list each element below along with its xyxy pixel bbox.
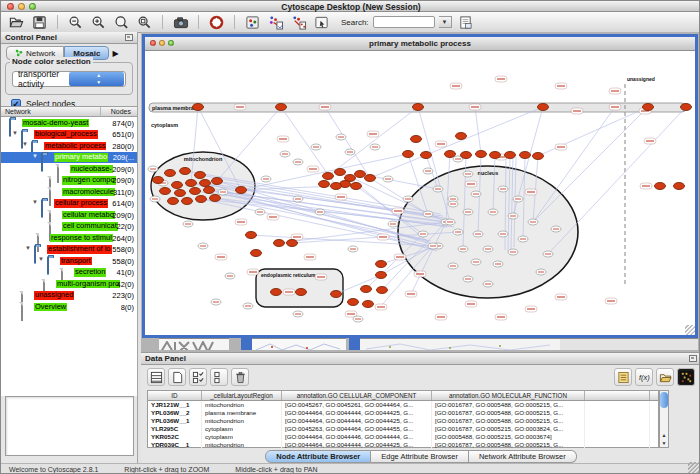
- function-builder-icon[interactable]: f(x): [635, 368, 653, 386]
- expander-icon[interactable]: ▼: [22, 141, 28, 147]
- table-mode-icon[interactable]: [147, 368, 165, 386]
- network-node-selected[interactable]: [348, 299, 359, 306]
- table-row[interactable]: YKR052Ccytoplasm[GO:0044464, GO:0044446,…: [148, 433, 658, 441]
- delete-attribute-icon[interactable]: [231, 368, 249, 386]
- float-panel-icon[interactable]: [689, 355, 697, 362]
- background-window-edge[interactable]: [349, 338, 360, 350]
- float-panel-icon[interactable]: [125, 34, 133, 41]
- network-node-selected[interactable]: [533, 153, 544, 160]
- search-input[interactable]: [373, 16, 435, 28]
- network-node-selected[interactable]: [363, 301, 374, 308]
- scroll-down-icon[interactable]: ▼: [660, 439, 668, 447]
- network-node-selected[interactable]: [461, 152, 472, 159]
- matrix-view-icon[interactable]: [677, 368, 695, 386]
- table-row[interactable]: YJR121W__1mitochondrion[GO:0045267, GO:0…: [148, 401, 658, 409]
- network-node-selected[interactable]: [168, 198, 179, 205]
- browser-tab[interactable]: Edge Attribute Browser: [371, 450, 469, 463]
- network-node-selected[interactable]: [520, 152, 531, 159]
- column-header[interactable]: _cellularLayoutRegion: [202, 391, 282, 400]
- window-resize-grip[interactable]: [685, 325, 695, 335]
- tree-row[interactable]: ▼biological_process651(0): [1, 129, 137, 141]
- tree-row[interactable]: nitrogen compo209(0): [1, 175, 137, 187]
- network-node-selected[interactable]: [236, 187, 247, 194]
- background-window-edge[interactable]: [241, 338, 252, 350]
- network-node-selected[interactable]: [674, 183, 685, 190]
- network-node-selected[interactable]: [411, 136, 422, 143]
- browser-tab[interactable]: Network Attribute Browser: [469, 450, 577, 463]
- network-node-selected[interactable]: [365, 175, 376, 182]
- network-node-selected[interactable]: [681, 104, 692, 111]
- network-node-selected[interactable]: [361, 286, 372, 293]
- table-scrollbar[interactable]: ▲ ▼: [659, 390, 669, 448]
- table-row[interactable]: YDR039C__1mitochondrion[GO:0044464, GO:0…: [148, 441, 658, 449]
- save-icon[interactable]: [30, 14, 49, 31]
- tree-row[interactable]: Overview8(0): [1, 301, 137, 313]
- tree-row[interactable]: ▼cellular process614(0): [1, 198, 137, 210]
- network-node-selected[interactable]: [190, 188, 201, 195]
- expander-icon[interactable]: ▼: [12, 130, 18, 136]
- network-node-selected[interactable]: [456, 133, 467, 140]
- network-node-selected[interactable]: [413, 104, 424, 111]
- tree-row[interactable]: ▼transport558(0): [1, 255, 137, 267]
- network-node-selected[interactable]: [160, 188, 171, 195]
- background-window-preview[interactable]: [159, 338, 229, 350]
- network-node-selected[interactable]: [377, 287, 388, 294]
- network-window-titlebar[interactable]: primary metabolic process: [145, 37, 695, 51]
- column-header[interactable]: [585, 391, 650, 400]
- expander-icon[interactable]: ▼: [32, 199, 38, 205]
- annotation-icon[interactable]: [312, 14, 331, 31]
- background-window-preview[interactable]: [560, 338, 698, 350]
- import-attributes-icon[interactable]: [656, 368, 674, 386]
- network-canvas[interactable]: plasma membranecytoplasmmitochondrionnuc…: [145, 51, 695, 335]
- open-icon[interactable]: [7, 14, 26, 31]
- table-row[interactable]: YPL036W__2plasma membrane[GO:0044464, GO…: [148, 409, 658, 417]
- zoom-fit-icon[interactable]: [112, 14, 131, 31]
- unselect-attributes-icon[interactable]: [210, 368, 228, 386]
- network-node-selected[interactable]: [271, 289, 282, 296]
- network-node-selected[interactable]: [403, 151, 414, 158]
- network-node-selected[interactable]: [186, 180, 197, 187]
- tree-row[interactable]: macromolecule311(0): [1, 186, 137, 198]
- network-node-selected[interactable]: [319, 181, 330, 188]
- zoom-in-icon[interactable]: [89, 14, 108, 31]
- help-icon[interactable]: [207, 14, 226, 31]
- network-node-selected[interactable]: [180, 168, 191, 175]
- network-node-selected[interactable]: [165, 170, 176, 177]
- network-node-selected[interactable]: [274, 240, 285, 247]
- network-node-selected[interactable]: [287, 240, 298, 247]
- tree-row[interactable]: cellular metabo209(0): [1, 209, 137, 221]
- network-node-selected[interactable]: [246, 232, 257, 239]
- browser-tab[interactable]: Node Attribute Browser: [265, 450, 371, 463]
- expander-icon[interactable]: ▼: [25, 245, 31, 251]
- network-node-selected[interactable]: [182, 198, 193, 205]
- network-node-selected[interactable]: [296, 289, 307, 296]
- network-node-selected[interactable]: [655, 183, 666, 190]
- attributes-file-icon[interactable]: [456, 14, 475, 31]
- network-node-selected[interactable]: [175, 190, 186, 197]
- app-resize-grip[interactable]: [688, 462, 699, 473]
- network-node-selected[interactable]: [643, 104, 654, 111]
- node-color-dropdown[interactable]: transporter activity ▲▼: [12, 71, 126, 87]
- column-header[interactable]: annotation.GO CELLULAR_COMPONENT: [282, 391, 432, 400]
- network-node-selected[interactable]: [376, 272, 387, 279]
- table-row[interactable]: YPL036W__1mitochondrion[GO:0044464, GO:0…: [148, 417, 658, 425]
- network-node-selected[interactable]: [505, 152, 516, 159]
- tree-row[interactable]: multi-organism pro42(0): [1, 278, 137, 290]
- network-node-selected[interactable]: [323, 173, 334, 180]
- network-node-selected[interactable]: [212, 178, 223, 185]
- network-node-selected[interactable]: [331, 183, 342, 190]
- background-window-preview[interactable]: [252, 338, 346, 350]
- network-node-selected[interactable]: [153, 177, 164, 184]
- network-node-selected[interactable]: [195, 172, 206, 179]
- export-network-icon[interactable]: [289, 14, 308, 31]
- tab-overflow-icon[interactable]: ▶: [112, 49, 118, 58]
- network-node-selected[interactable]: [335, 169, 346, 176]
- zoom-out-icon[interactable]: [66, 14, 85, 31]
- zoom-selected-icon[interactable]: [135, 14, 154, 31]
- tree-row[interactable]: unassigned223(0): [1, 290, 137, 302]
- attribute-list-icon[interactable]: [614, 368, 632, 386]
- column-header[interactable]: ID: [148, 391, 202, 400]
- network-node-selected[interactable]: [376, 261, 387, 268]
- tree-row[interactable]: mosaic-demo-yeast874(0): [1, 117, 137, 129]
- select-attributes-icon[interactable]: [189, 368, 207, 386]
